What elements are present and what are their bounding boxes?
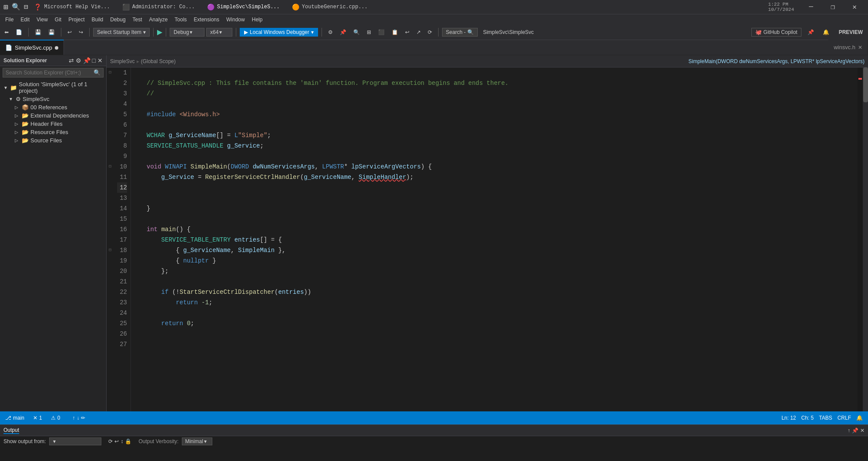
nav-file[interactable]: SimpleSvc <box>110 58 135 64</box>
github-copilot-button[interactable]: 🐙 GitHub Copilot <box>751 28 801 37</box>
output-ctrl-3[interactable]: ↕ <box>121 438 123 444</box>
title-tab-3[interactable]: 🟠 YoutubeGeneric.cpp... <box>289 3 370 12</box>
search-box[interactable]: Search - 🔍 <box>442 28 478 37</box>
status-col[interactable]: Ch: 5 <box>800 415 816 421</box>
toolbar-icon-btn-1[interactable]: ⚙ <box>325 28 335 37</box>
se-item-source-files[interactable]: ▷ 📂 Source Files <box>0 136 106 145</box>
taskbar-icon[interactable]: ⊟ <box>24 3 28 11</box>
restore-button[interactable]: ❐ <box>823 0 843 14</box>
menu-view[interactable]: View <box>33 16 51 24</box>
toolbar-icon-btn-7[interactable]: ↩ <box>402 28 412 37</box>
status-tabs[interactable]: TABS <box>817 415 834 421</box>
status-encoding[interactable]: CRLF <box>836 415 853 421</box>
toolbar-icon-btn-2[interactable]: 📌 <box>337 28 349 37</box>
output-ctrl-1[interactable]: ⟳ <box>108 438 113 444</box>
verbosity-label: Output Verbosity: <box>138 438 178 444</box>
toolbar-icon-btn-9[interactable]: ⟳ <box>425 28 435 37</box>
toolbar-icon-btn-5[interactable]: ⬛ <box>375 28 387 37</box>
toolbar-bell-btn[interactable]: 🔔 <box>820 28 832 37</box>
menu-window[interactable]: Window <box>223 16 248 24</box>
scrollbar-thumb[interactable] <box>863 67 868 102</box>
output-source-dropdown[interactable]: ▾ <box>49 437 101 445</box>
se-item-resource-files[interactable]: ▷ 📂 Resource Files <box>0 128 106 136</box>
nav-function[interactable]: SimpleMain(DWORD dwNumServicesArgs, LPWS… <box>688 58 865 64</box>
menu-analyze[interactable]: Analyze <box>146 16 171 24</box>
title-tab-2[interactable]: 🟣 SimpleSvc\SimpleS... <box>204 3 282 12</box>
file-tab-simplesvc[interactable]: 📄 SimpleSvc.cpp <box>0 40 64 55</box>
toolbar-saveall-btn[interactable]: 💾 <box>46 28 57 37</box>
se-close-icon[interactable]: ✕ <box>97 57 103 64</box>
se-item-solution[interactable]: ▼ 📁 Solution 'SimpleSvc' (1 of 1 project… <box>0 80 106 95</box>
toolbar-redo-btn[interactable]: ↪ <box>76 28 86 37</box>
debugger-button[interactable]: ▶ Local Windows Debugger ▾ <box>240 28 318 37</box>
verbosity-dropdown[interactable]: Minimal ▾ <box>182 437 212 445</box>
se-expand-icon[interactable]: □ <box>92 57 96 64</box>
se-search-box[interactable]: 🔍 <box>3 68 104 77</box>
toolbar-save-btn[interactable]: 💾 <box>32 28 44 37</box>
output-ctrl-4[interactable]: 🔒 <box>125 438 131 444</box>
menu-help[interactable]: Help <box>248 16 266 24</box>
debug-config-dropdown[interactable]: Debug ▾ <box>170 28 204 37</box>
line-numbers: 1 2 3 4 5 6 7 8 9 10 11 12 13 14 15 16 1… <box>114 67 131 411</box>
toolbar-back-btn[interactable]: ⬅ <box>2 28 11 37</box>
status-branch[interactable]: ⎇ main <box>3 415 26 421</box>
output-pin-icon[interactable]: 📌 <box>852 427 858 434</box>
se-pin-icon[interactable]: 📌 <box>83 57 90 64</box>
toolbar-icon-btn-3[interactable]: 🔍 <box>351 28 362 37</box>
se-filter-icon[interactable]: ⚙ <box>76 57 81 64</box>
output-tab[interactable]: Output <box>3 427 19 434</box>
windows-icon[interactable]: ⊞ <box>3 2 8 12</box>
tabs-label: TABS <box>819 415 832 421</box>
debug-config-label: Debug <box>174 29 189 35</box>
menu-project[interactable]: Project <box>65 16 88 24</box>
status-warnings[interactable]: ⚠ 0 <box>49 415 62 421</box>
fold-17[interactable]: ⊟ <box>107 245 114 256</box>
code-editor[interactable]: ⊟ ⊟ ⊟ <box>107 67 868 411</box>
file-tab-winsvc-close[interactable]: ✕ <box>858 44 862 50</box>
status-line[interactable]: Ln: 12 <box>780 415 798 421</box>
platform-dropdown[interactable]: x64 ▾ <box>206 28 232 37</box>
title-tab-1[interactable]: ⬛ Administrator: Co... <box>120 3 198 12</box>
se-search-input[interactable] <box>6 70 94 76</box>
status-notifications[interactable]: 🔔 <box>855 415 865 421</box>
se-sync-icon[interactable]: ⇄ <box>69 57 74 64</box>
close-button[interactable]: ✕ <box>845 0 865 14</box>
vertical-scrollbar[interactable] <box>863 67 868 411</box>
output-ctrl-2[interactable]: ↩ <box>114 438 119 444</box>
se-item-external-deps[interactable]: ▷ 📂 External Dependencies <box>0 111 106 120</box>
menu-edit[interactable]: Edit <box>17 16 33 24</box>
menu-build[interactable]: Build <box>88 16 107 24</box>
startup-item-selector[interactable]: Select Startup Item ▾ <box>93 28 150 37</box>
menu-test[interactable]: Test <box>129 16 146 24</box>
toolbar-new-btn[interactable]: 📄 <box>13 28 25 37</box>
fold-1[interactable]: ⊟ <box>107 67 114 78</box>
toolbar-pin-btn[interactable]: 📌 <box>805 28 817 37</box>
se-item-simplesvc[interactable]: ▼ ⚙ SimpleSvc <box>0 95 106 103</box>
search-icon[interactable]: 🔍 <box>12 3 20 11</box>
datetime: 1:22 PM 10/7/2024 <box>768 2 794 12</box>
menu-debug[interactable]: Debug <box>107 16 129 24</box>
toolbar-icon-btn-8[interactable]: ↗ <box>414 28 423 37</box>
menu-extensions[interactable]: Extensions <box>190 16 223 24</box>
minimize-button[interactable]: ─ <box>801 0 821 14</box>
se-item-references[interactable]: ▷ 📦 00 References <box>0 103 106 111</box>
menu-tools[interactable]: Tools <box>171 16 190 24</box>
file-tab-winsvc[interactable]: winsvc.h ✕ <box>828 40 868 55</box>
output-close-icon[interactable]: ✕ <box>860 427 865 434</box>
se-item-header-files[interactable]: ▷ 📂 Header Files <box>0 120 106 128</box>
menu-file[interactable]: File <box>2 16 17 24</box>
toolbar-undo-btn[interactable]: ↩ <box>65 28 74 37</box>
menu-git[interactable]: Git <box>51 16 65 24</box>
fold-9[interactable]: ⊟ <box>107 162 114 172</box>
nav-scope[interactable]: (Global Scope) <box>141 58 176 64</box>
code-content[interactable]: // SimpleSvc.cpp : This file contains th… <box>140 67 858 411</box>
output-expand-icon[interactable]: ↑ <box>848 427 850 434</box>
toolbar-icon-btn-4[interactable]: ⊞ <box>364 28 374 37</box>
preview-button[interactable]: PREVIEW <box>835 28 866 36</box>
title-tab-0[interactable]: ❓ Microsoft Help Vie... <box>31 3 112 12</box>
fold-12 <box>107 193 114 203</box>
play-button[interactable]: ▶ <box>157 28 162 36</box>
toolbar-icon-btn-6[interactable]: 📋 <box>389 28 401 37</box>
status-toolbar-extra[interactable]: ↑ ↓ ✏ <box>70 415 87 421</box>
status-errors[interactable]: ✕ 1 <box>31 415 44 421</box>
